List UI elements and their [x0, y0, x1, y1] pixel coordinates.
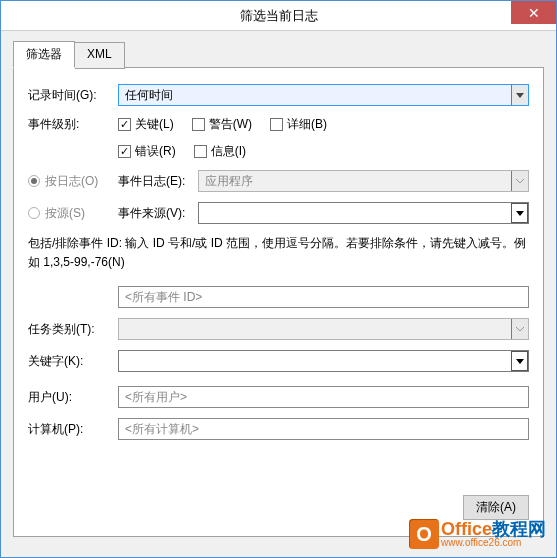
eventlog-select: 应用程序 — [198, 170, 529, 192]
computer-placeholder: <所有计算机> — [125, 421, 199, 438]
checkbox-warning-label: 警告(W) — [209, 116, 252, 133]
keywords-select[interactable] — [118, 350, 529, 372]
checkbox-icon — [270, 118, 283, 131]
radio-bylog: 按日志(O) — [28, 173, 118, 190]
chevron-down-icon — [511, 319, 528, 339]
logged-select[interactable]: 任何时间 — [118, 84, 529, 106]
chevron-down-icon[interactable] — [511, 351, 528, 371]
dialog-window: 筛选当前日志 ✕ 筛选器 XML 记录时间(G): 任何时间 — [0, 0, 557, 558]
checkbox-error-label: 错误(R) — [135, 143, 176, 160]
keywords-label: 关键字(K): — [28, 353, 118, 370]
checkbox-critical-label: 关键(L) — [135, 116, 174, 133]
taskcat-label: 任务类别(T): — [28, 321, 118, 338]
checkbox-verbose[interactable]: 详细(B) — [270, 116, 327, 133]
window-title: 筛选当前日志 — [1, 7, 556, 25]
taskcat-select — [118, 318, 529, 340]
checkbox-warning[interactable]: 警告(W) — [192, 116, 252, 133]
checkbox-icon — [118, 118, 131, 131]
radio-icon — [28, 175, 40, 187]
user-input[interactable]: <所有用户> — [118, 386, 529, 408]
checkbox-info-label: 信息(I) — [211, 143, 246, 160]
checkbox-critical[interactable]: 关键(L) — [118, 116, 174, 133]
chevron-down-icon[interactable] — [511, 85, 528, 105]
checkbox-error[interactable]: 错误(R) — [118, 143, 176, 160]
watermark-url: www.office26.com — [441, 538, 546, 548]
checkbox-icon — [192, 118, 205, 131]
radio-bysource-label: 按源(S) — [45, 205, 85, 222]
watermark-brand-right: 教程网 — [492, 519, 546, 539]
tab-filter[interactable]: 筛选器 — [13, 41, 75, 68]
tab-xml[interactable]: XML — [75, 42, 125, 69]
checkbox-verbose-label: 详细(B) — [287, 116, 327, 133]
radio-bylog-label: 按日志(O) — [45, 173, 98, 190]
filter-panel: 记录时间(G): 任何时间 事件级别: 关键(L) — [13, 67, 544, 537]
watermark: O Office教程网 www.office26.com — [409, 519, 546, 549]
close-icon: ✕ — [528, 5, 540, 21]
titlebar: 筛选当前日志 ✕ — [1, 1, 556, 31]
close-button[interactable]: ✕ — [511, 1, 556, 24]
user-label: 用户(U): — [28, 389, 118, 406]
eventlog-value: 应用程序 — [205, 173, 253, 190]
watermark-brand-left: Office — [441, 519, 492, 539]
eventsource-select[interactable] — [198, 202, 529, 224]
watermark-icon: O — [409, 519, 439, 549]
chevron-down-icon — [511, 171, 528, 191]
checkbox-icon — [118, 145, 131, 158]
eventid-input[interactable]: <所有事件 ID> — [118, 286, 529, 308]
checkbox-info[interactable]: 信息(I) — [194, 143, 246, 160]
radio-bysource: 按源(S) — [28, 205, 118, 222]
clear-button[interactable]: 清除(A) — [463, 495, 529, 520]
eventlog-label: 事件日志(E): — [118, 173, 198, 190]
logged-label: 记录时间(G): — [28, 87, 118, 104]
content-area: 筛选器 XML 记录时间(G): 任何时间 事件级别: — [1, 31, 556, 557]
level-label: 事件级别: — [28, 116, 118, 133]
help-text: 包括/排除事件 ID: 输入 ID 号和/或 ID 范围，使用逗号分隔。若要排除… — [28, 234, 529, 272]
eventsource-label: 事件来源(V): — [118, 205, 198, 222]
computer-input[interactable]: <所有计算机> — [118, 418, 529, 440]
chevron-down-icon[interactable] — [511, 203, 528, 223]
clear-button-label: 清除(A) — [476, 500, 516, 514]
tab-strip: 筛选器 XML — [13, 41, 544, 68]
eventid-placeholder: <所有事件 ID> — [125, 289, 202, 306]
user-placeholder: <所有用户> — [125, 389, 187, 406]
computer-label: 计算机(P): — [28, 421, 118, 438]
tab-filter-label: 筛选器 — [26, 47, 62, 61]
logged-value: 任何时间 — [125, 87, 173, 104]
radio-icon — [28, 207, 40, 219]
watermark-text: Office教程网 www.office26.com — [441, 520, 546, 548]
tab-xml-label: XML — [87, 47, 112, 61]
checkbox-icon — [194, 145, 207, 158]
